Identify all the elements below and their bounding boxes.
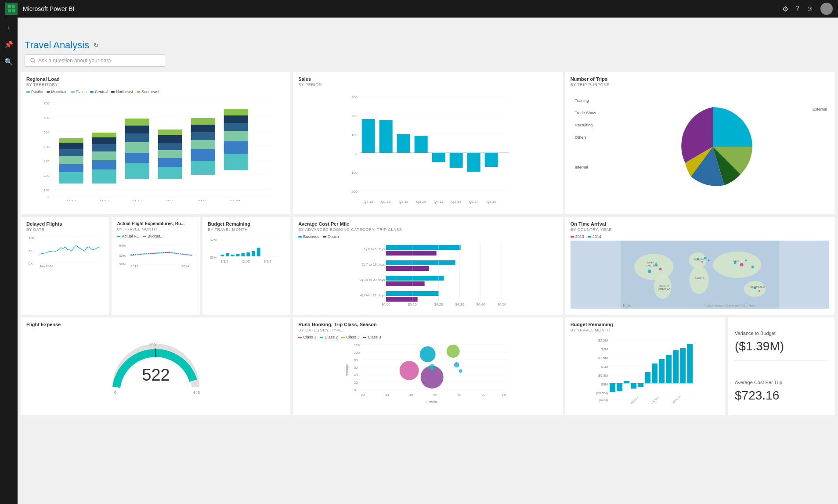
svg-text:100: 100: [354, 351, 360, 355]
svg-text:200: 200: [352, 114, 358, 118]
svg-rect-127: [386, 245, 461, 250]
regional-chart: 700 600 500 400 300 200 100 0: [26, 96, 285, 201]
rush-chart: reprops 120 100 80 60 40 20 0: [298, 341, 557, 409]
svg-rect-119: [257, 248, 260, 256]
rush-legend-c3b: Class 3: [363, 335, 381, 339]
refresh-icon[interactable]: ↻: [94, 42, 99, 49]
svg-text:$4M: $4M: [119, 244, 126, 248]
svg-text:© 2014 Microsoft Corporation  : © 2014 Microsoft Corporation © 2014 Noki…: [704, 304, 755, 307]
svg-text:100: 100: [43, 188, 50, 192]
svg-rect-238: [673, 350, 679, 383]
svg-rect-3: [12, 9, 15, 12]
budget-monthly-card: Budget Remaining BY TRAVEL MONTH $2.5M $…: [565, 317, 725, 415]
svg-text:2012: 2012: [131, 264, 138, 268]
svg-text:0: 0: [356, 152, 358, 156]
svg-text:$0.50: $0.50: [498, 302, 507, 306]
svg-text:Q1 14: Q1 14: [452, 200, 461, 204]
svg-text:$2M: $2M: [210, 238, 217, 242]
svg-text:1) 0 to 6 days: 1) 0 to 6 days: [364, 247, 385, 251]
on-time-card: On Time Arrival BY COUNTRY, YEAR 2013 20…: [565, 217, 834, 315]
budget-rem-subtitle: BY TRAVEL MONTH: [208, 227, 285, 232]
regional-load-title: Regional Load: [26, 76, 285, 82]
svg-rect-134: [386, 297, 418, 302]
svg-text:reprops: reprops: [345, 364, 349, 376]
svg-rect-237: [666, 355, 672, 383]
svg-text:1/1/2: 1/1/2: [220, 260, 228, 264]
page-title: Travel Analysis: [25, 40, 89, 51]
svg-rect-116: [241, 253, 245, 256]
page-title-row: Travel Analysis ↻: [25, 40, 831, 51]
svg-rect-240: [687, 344, 693, 383]
expand-icon[interactable]: ›: [5, 21, 12, 34]
svg-text:NORTH: NORTH: [647, 261, 656, 264]
rush-legend-c2: Class 2: [320, 335, 338, 339]
avg-cost-subtitle: BY ADVANCED BOOKING CATEGORY, TRIP CLASS: [298, 227, 557, 232]
legend-central: Central: [90, 90, 108, 94]
actual-legend-budget: Budget...: [143, 234, 163, 238]
svg-text:100: 100: [352, 133, 358, 137]
svg-rect-77: [362, 119, 375, 153]
svg-rect-32: [92, 144, 116, 151]
svg-text:91-100: 91-100: [230, 199, 241, 201]
svg-rect-118: [252, 251, 255, 256]
svg-rect-89: [467, 153, 480, 172]
pin-icon[interactable]: 📌: [2, 38, 16, 51]
legend-pacific: Pacific: [26, 90, 43, 94]
topbar-icons: ⚙ ? ☺: [782, 3, 833, 15]
svg-point-155: [659, 268, 661, 270]
svg-rect-37: [125, 153, 149, 163]
svg-rect-230: [617, 383, 622, 391]
svg-rect-50: [191, 161, 215, 175]
svg-text:200: 200: [43, 174, 50, 178]
svg-text:10K: 10K: [29, 236, 35, 240]
svg-rect-128: [386, 251, 437, 256]
avg-cost-chart: 1) 0 to 6 days 2) 7 to 13 days 3) 14 to …: [298, 241, 557, 309]
svg-text:AFRICA: AFRICA: [694, 277, 704, 280]
settings-icon[interactable]: ⚙: [782, 5, 788, 13]
avg-cost-trip-label: Average Cost Per Trip: [735, 380, 827, 385]
budget-monthly-chart: $2.5M $2M $1.5M $1M $0.5M $0M ($0.5M) ($…: [571, 335, 720, 407]
svg-rect-40: [125, 126, 149, 133]
svg-text:80: 80: [502, 393, 506, 397]
trips-label-tradeshow: Trade Show: [575, 111, 596, 115]
svg-line-5: [34, 61, 35, 63]
sales-title: Sales: [298, 76, 557, 82]
search-bar[interactable]: Ask a question about your data: [25, 54, 165, 67]
svg-text:$0.10: $0.10: [408, 302, 417, 306]
rush-subtitle: BY CATEGORY, TYPE: [298, 328, 557, 332]
svg-rect-229: [610, 383, 615, 392]
svg-text:Q3 14: Q3 14: [487, 200, 496, 204]
help-icon[interactable]: ?: [795, 5, 799, 13]
variance-label: Variance to Budget: [735, 331, 827, 336]
svg-text:$0M: $0M: [119, 262, 126, 266]
svg-text:$1M: $1M: [601, 365, 608, 369]
svg-rect-52: [191, 140, 215, 149]
avatar[interactable]: [820, 3, 833, 15]
svg-text:41-50: 41-50: [66, 199, 76, 201]
svg-point-160: [708, 259, 709, 261]
svg-point-148: [634, 254, 673, 280]
legend-southeast: Southeast: [137, 90, 159, 94]
budget-rem-chart: $2M $0M 1/1/2 5/1/2 8/1/2: [208, 234, 285, 270]
user-icon[interactable]: ☺: [806, 5, 813, 13]
delayed-flights-card: Delayed Flights BY DATE 10K 5K 0K Jan 20…: [21, 217, 109, 315]
regional-legend: Pacific Mountain Plains Central Northeas…: [26, 90, 285, 94]
actual-chart: $4M $2M $0M 2012 2014: [117, 240, 194, 269]
rush-legend-c1: Class 1: [298, 335, 316, 339]
svg-point-4: [31, 58, 34, 62]
svg-rect-47: [158, 135, 182, 143]
actual-flight-card: Actual Flight Expenditures, Bu... BY TRA…: [112, 217, 199, 315]
svg-rect-91: [485, 153, 498, 167]
svg-text:Q4 13: Q4 13: [434, 200, 444, 204]
svg-rect-43: [158, 167, 182, 179]
svg-text:b bing: b bing: [623, 304, 631, 307]
svg-text:$0M: $0M: [601, 382, 608, 386]
svg-rect-27: [59, 138, 83, 143]
delayed-subtitle: BY DATE: [26, 227, 104, 232]
svg-rect-34: [92, 133, 116, 137]
svg-text:$0.00: $0.00: [382, 302, 391, 306]
svg-text:7/1/2014: 7/1/2014: [650, 396, 659, 404]
search-nav-icon[interactable]: 🔍: [2, 55, 16, 68]
svg-rect-231: [624, 381, 629, 383]
svg-text:600: 600: [43, 116, 50, 120]
